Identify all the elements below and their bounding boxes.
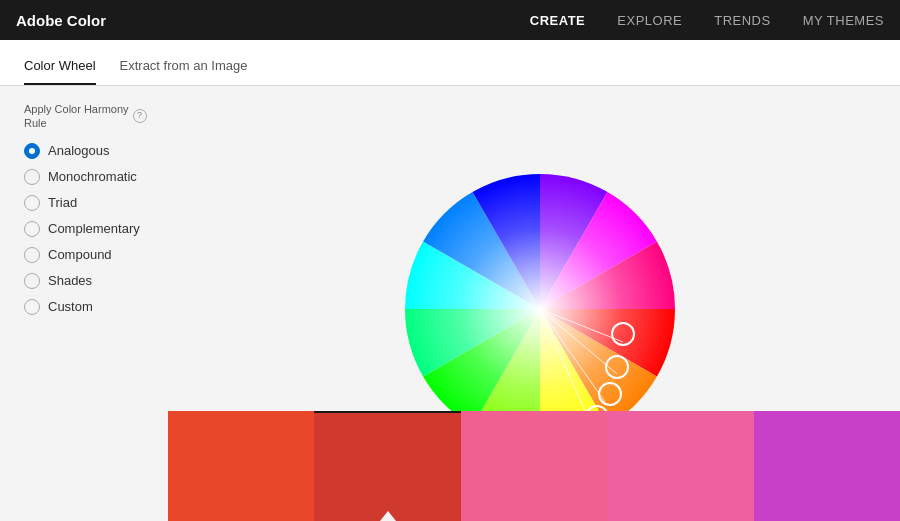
main-content: Apply Color HarmonyRule ? Analogous Mono… — [0, 86, 900, 521]
nav-create[interactable]: CREATE — [530, 13, 585, 28]
swatch-3[interactable] — [461, 411, 607, 521]
color-wheel-container[interactable] — [405, 174, 675, 444]
radio-circle-shades — [24, 273, 40, 289]
radio-circle-analogous — [24, 143, 40, 159]
radio-circle-monochromatic — [24, 169, 40, 185]
radio-custom[interactable]: Custom — [24, 299, 156, 315]
radio-circle-complementary — [24, 221, 40, 237]
radio-circle-compound — [24, 247, 40, 263]
radio-compound[interactable]: Compound — [24, 247, 156, 263]
app-header: Adobe Color CREATE EXPLORE TRENDS MY THE… — [0, 0, 900, 40]
main-nav: CREATE EXPLORE TRENDS MY THEMES — [530, 13, 884, 28]
tab-extract-image[interactable]: Extract from an Image — [120, 48, 248, 85]
harmony-rules-group: Analogous Monochromatic Triad Complement… — [24, 143, 156, 315]
nav-explore[interactable]: EXPLORE — [617, 13, 682, 28]
tabs-bar: Color Wheel Extract from an Image — [0, 40, 900, 86]
radio-analogous[interactable]: Analogous — [24, 143, 156, 159]
swatch-4[interactable] — [607, 411, 753, 521]
radio-circle-triad — [24, 195, 40, 211]
radio-triad[interactable]: Triad — [24, 195, 156, 211]
app-logo: Adobe Color — [16, 12, 106, 29]
radio-complementary[interactable]: Complementary — [24, 221, 156, 237]
help-icon[interactable]: ? — [133, 109, 147, 123]
radio-circle-custom — [24, 299, 40, 315]
nav-trends[interactable]: TRENDS — [714, 13, 770, 28]
radio-shades[interactable]: Shades — [24, 273, 156, 289]
radio-monochromatic[interactable]: Monochromatic — [24, 169, 156, 185]
swatches-bar — [168, 411, 900, 521]
swatch-2-indicator — [380, 511, 396, 521]
tab-color-wheel[interactable]: Color Wheel — [24, 48, 96, 85]
nav-my-themes[interactable]: MY THEMES — [803, 13, 884, 28]
color-wheel[interactable] — [405, 174, 675, 444]
swatch-1[interactable] — [168, 411, 314, 521]
harmony-rule-label: Apply Color HarmonyRule ? — [24, 102, 156, 131]
left-panel: Apply Color HarmonyRule ? Analogous Mono… — [0, 86, 180, 521]
swatch-2[interactable] — [314, 411, 460, 521]
swatch-5[interactable] — [754, 411, 900, 521]
